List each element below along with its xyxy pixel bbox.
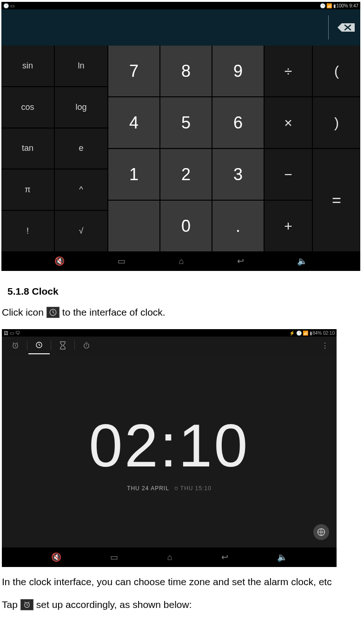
nav-vol-up-icon[interactable]: 🔈 xyxy=(297,256,307,266)
number-keys: 7 8 9 4 5 6 1 2 3 0 . xyxy=(108,46,264,251)
paragraph-2: In the clock interface, you can choose t… xyxy=(2,574,362,591)
document-body: 5.1.8 Clock Click icon to the interface … xyxy=(0,271,364,321)
paragraph-3: Tap set up accordingly, as shown below: xyxy=(2,596,362,614)
separator xyxy=(51,341,51,350)
clock-screenshot: 🖼 ▭ 🗨 ⚡ 🕑 📶 ▮84% 02:10 ⋮ 02:10 THU 24 AP… xyxy=(2,329,337,567)
fn-e[interactable]: e xyxy=(55,128,107,169)
key-4[interactable]: 4 xyxy=(108,97,159,148)
text: set up accordingly, as shown below: xyxy=(36,597,192,613)
text: to the interface of clock. xyxy=(62,305,165,320)
status-bar: 🖼 ▭ 🗨 ⚡ 🕑 📶 ▮84% 02:10 xyxy=(2,329,337,337)
nav-back-icon[interactable]: ↩ xyxy=(221,552,228,562)
fn-sin[interactable]: sin xyxy=(1,46,54,86)
key-5[interactable]: 5 xyxy=(160,97,212,148)
separator xyxy=(27,341,27,350)
fn-pi[interactable]: π xyxy=(1,169,54,210)
op-add[interactable]: + xyxy=(265,201,312,251)
status-left-icons: 🖼 ▭ 🗨 xyxy=(4,331,20,336)
operator-keys: ÷ ( × ) − = + xyxy=(265,46,360,251)
tab-alarm[interactable] xyxy=(5,337,26,354)
key-dot[interactable]: . xyxy=(212,201,264,251)
tab-timer[interactable] xyxy=(52,337,73,354)
backspace-button[interactable] xyxy=(328,9,357,46)
key-3[interactable]: 3 xyxy=(212,149,264,200)
alarm-icon xyxy=(20,599,33,610)
tab-clock[interactable] xyxy=(28,337,50,354)
op-subtract[interactable]: − xyxy=(265,149,312,200)
calc-keypad: sin ln cos log tan e π ^ ! √ 7 8 9 4 5 6… xyxy=(1,46,360,251)
op-equals[interactable]: = xyxy=(313,149,360,251)
status-bar: 🕑 ▭ 🕑 📶 ▮100% 9:47 xyxy=(1,2,360,9)
section-heading: 5.1.8 Clock xyxy=(2,277,362,304)
key-2[interactable]: 2 xyxy=(160,149,212,200)
key-8[interactable]: 8 xyxy=(160,46,212,96)
calculator-screenshot: 🕑 ▭ 🕑 📶 ▮100% 9:47 sin ln cos log tan e … xyxy=(1,2,360,271)
nav-bar: 🔇 ▭ ⌂ ↩ 🔈 xyxy=(1,251,360,271)
nav-recents-icon[interactable]: ▭ xyxy=(118,256,126,266)
paragraph-1: Click icon to the interface of clock. xyxy=(2,304,362,321)
date-main: THU 24 APRIL xyxy=(127,485,169,492)
nav-vol-down-icon[interactable]: 🔇 xyxy=(51,552,61,562)
calc-display xyxy=(1,9,360,46)
fn-fact[interactable]: ! xyxy=(1,211,54,251)
text: Click icon xyxy=(2,305,44,320)
key-6[interactable]: 6 xyxy=(212,97,264,148)
backspace-icon xyxy=(335,21,357,34)
nav-vol-down-icon[interactable]: 🔇 xyxy=(54,256,65,266)
world-clock-button[interactable] xyxy=(313,524,329,540)
separator xyxy=(328,15,329,40)
clock-time: 02:10 xyxy=(89,411,249,480)
nav-recents-icon[interactable]: ▭ xyxy=(110,552,118,562)
clock-date: THU 24 APRIL THU 15:10 xyxy=(127,485,212,492)
nav-back-icon[interactable]: ↩ xyxy=(237,256,244,266)
key-7[interactable]: 7 xyxy=(108,46,159,96)
svg-point-4 xyxy=(175,487,178,490)
nav-home-icon[interactable]: ⌂ xyxy=(167,553,172,562)
key-1[interactable]: 1 xyxy=(108,149,159,200)
date-alt: THU 15:10 xyxy=(174,485,212,492)
fn-sqrt[interactable]: √ xyxy=(55,211,107,251)
function-keys: sin ln cos log tan e π ^ ! √ xyxy=(1,46,107,251)
tab-stopwatch[interactable] xyxy=(76,337,97,354)
globe-icon xyxy=(317,527,326,537)
key-0[interactable]: 0 xyxy=(160,201,212,251)
separator xyxy=(74,341,75,350)
clock-tabs: ⋮ xyxy=(2,337,337,354)
status-right: ⚡ 🕑 📶 ▮84% 02:10 xyxy=(289,331,335,336)
key-blank[interactable] xyxy=(108,201,159,251)
nav-home-icon[interactable]: ⌂ xyxy=(179,256,184,266)
clock-icon xyxy=(46,307,60,318)
op-rparen[interactable]: ) xyxy=(313,97,360,148)
text: Tap xyxy=(2,597,18,613)
op-divide[interactable]: ÷ xyxy=(265,46,312,96)
nav-vol-up-icon[interactable]: 🔈 xyxy=(277,552,287,562)
overflow-menu-icon[interactable]: ⋮ xyxy=(316,341,334,350)
fn-ln[interactable]: ln xyxy=(55,46,107,86)
op-lparen[interactable]: ( xyxy=(313,46,360,96)
nav-bar: 🔇 ▭ ⌂ ↩ 🔈 xyxy=(2,547,337,567)
fn-log[interactable]: log xyxy=(55,87,107,128)
document-body-2: In the clock interface, you can choose t… xyxy=(0,567,364,613)
fn-pow[interactable]: ^ xyxy=(55,169,107,210)
status-left-icons: 🕑 ▭ xyxy=(3,3,14,8)
op-multiply[interactable]: × xyxy=(265,97,312,148)
clock-main: 02:10 THU 24 APRIL THU 15:10 xyxy=(2,354,337,547)
key-9[interactable]: 9 xyxy=(212,46,264,96)
fn-cos[interactable]: cos xyxy=(1,87,54,128)
fn-tan[interactable]: tan xyxy=(1,128,54,169)
status-right: 🕑 📶 ▮100% 9:47 xyxy=(320,3,358,8)
